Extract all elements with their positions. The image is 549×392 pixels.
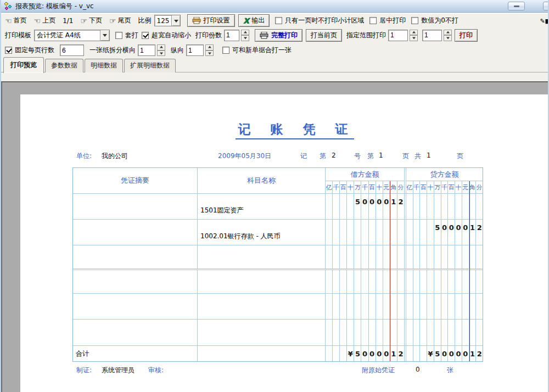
digit-cell: 0 <box>383 346 390 361</box>
digit-cell <box>361 220 368 245</box>
spin-up-icon[interactable] <box>205 44 214 51</box>
checkbox-overlay-print[interactable]: 套打 <box>115 31 138 40</box>
spin-up-icon[interactable] <box>157 44 165 51</box>
scale-combo[interactable]: 125 <box>154 15 181 26</box>
digit-cell <box>397 320 404 345</box>
print-current-page-button[interactable]: 打当前页 <box>306 29 342 42</box>
range-to-input[interactable] <box>422 30 442 41</box>
checkbox-box[interactable] <box>411 17 418 24</box>
checkbox-box[interactable] <box>142 32 149 39</box>
digit-cell <box>420 245 427 268</box>
digit-cell: 0 <box>455 220 462 245</box>
spin-down-icon[interactable] <box>157 51 165 57</box>
digit-cell <box>434 294 441 319</box>
template-label: 打印模板 <box>5 31 31 40</box>
digit-cell: 5 <box>434 346 441 361</box>
digit-cell: 百 <box>340 181 347 193</box>
checkbox-box[interactable] <box>275 17 282 24</box>
table-row <box>73 320 483 345</box>
digit-cell <box>462 245 469 268</box>
copies-input[interactable] <box>224 30 239 41</box>
digit-cell <box>390 245 397 268</box>
digit-cell <box>397 220 404 245</box>
page-prefix: 第 <box>367 152 374 161</box>
digit-cell: 0 <box>369 194 376 219</box>
tab-parameter-data[interactable]: 参数数据 <box>45 59 83 72</box>
split-horizontal-input[interactable] <box>138 44 155 56</box>
ji-label: 记 <box>300 152 307 161</box>
digit-cell: 0 <box>369 346 376 361</box>
checkbox-box[interactable] <box>115 32 122 39</box>
range-from-input[interactable] <box>388 30 408 41</box>
first-page-button[interactable]: ☜ 首页 <box>5 16 27 25</box>
digit-cell <box>448 320 455 345</box>
digit-cell <box>326 270 333 293</box>
digit-cell: 5 <box>354 346 361 361</box>
print-settings-button[interactable]: 打印设置 <box>187 14 235 27</box>
range-to-stepper[interactable] <box>444 30 452 41</box>
spin-down-icon[interactable] <box>205 51 214 57</box>
digit-cell <box>469 245 477 268</box>
checkbox-box[interactable] <box>369 17 377 24</box>
export-button[interactable]: X 输出 <box>238 14 270 27</box>
spin-down-icon[interactable] <box>241 35 249 41</box>
digit-cell: 0 <box>441 346 449 361</box>
next-page-label: 下页 <box>89 16 102 25</box>
digit-cell <box>340 245 347 268</box>
digit-cell <box>476 245 483 268</box>
checkbox-box[interactable] <box>222 47 229 54</box>
cell-subject <box>198 294 326 319</box>
range-from-stepper[interactable] <box>410 30 418 41</box>
chevron-down-icon[interactable] <box>171 15 180 26</box>
checkbox-fixed-rows[interactable]: 固定每页行数 <box>5 46 54 55</box>
checkbox-label: 数值为0不打 <box>421 16 458 25</box>
next-page-button[interactable]: ☞ 下页 <box>80 16 102 25</box>
print-current-label: 打当前页 <box>311 31 337 40</box>
cell-credit-digits <box>406 245 483 268</box>
tab-detail-data[interactable]: 明细数据 <box>85 59 123 72</box>
split-vertical-input[interactable] <box>186 44 204 56</box>
split-vertical-stepper[interactable] <box>205 44 214 56</box>
prev-page-button[interactable]: ☜ 上页 <box>34 16 56 25</box>
debit-digit-labels: 亿千百十万千百十元角分 <box>326 181 404 193</box>
digit-cell <box>413 320 421 345</box>
last-page-button[interactable]: ☞ 尾页 <box>109 16 131 25</box>
digit-cell: 2 <box>476 220 483 245</box>
split-horizontal-stepper[interactable] <box>157 44 165 56</box>
checkbox-merge-print[interactable]: 可和新单据合打一张 <box>222 46 292 55</box>
digit-cell: 2 <box>397 194 404 219</box>
checkbox-center-print[interactable]: 居中打印 <box>369 16 406 25</box>
header-credit: 贷方金额 亿千百十万千百十元角分 <box>406 168 483 193</box>
page-word: 页 <box>402 152 409 161</box>
digit-cell <box>326 245 333 268</box>
digit-cell <box>406 194 413 219</box>
template-combo[interactable]: 会计凭证 A4纸 <box>34 30 110 41</box>
chevron-down-icon[interactable] <box>100 30 109 41</box>
rows-per-page-input[interactable] <box>60 44 84 56</box>
print-button[interactable]: 打印 <box>455 29 478 42</box>
maximize-button[interactable] <box>543 2 548 10</box>
checkbox-no-subtotal-area[interactable]: 只有一页时不打印小计区域 <box>275 16 364 25</box>
checkbox-zero-no-print[interactable]: 数值为0不打 <box>411 16 458 25</box>
spin-up-icon[interactable] <box>410 30 418 36</box>
digit-cell: 0 <box>462 346 469 361</box>
checkbox-auto-shrink[interactable]: 超宽自动缩小 <box>142 31 191 40</box>
cell-debit-digits <box>326 294 405 319</box>
template-value: 会计凭证 A4纸 <box>35 30 100 41</box>
spin-down-icon[interactable] <box>444 35 452 41</box>
minimize-button[interactable] <box>508 2 525 10</box>
tab-print-preview[interactable]: 打印预览 <box>3 57 44 73</box>
spin-down-icon[interactable] <box>410 35 418 41</box>
tab-extended-detail-data[interactable]: 扩展明细数据 <box>124 59 176 72</box>
header-debit: 借方金额 亿千百十万千百十元角分 <box>326 168 405 193</box>
cell-summary <box>73 320 198 345</box>
copies-stepper[interactable] <box>241 30 249 41</box>
digit-cell <box>326 194 333 219</box>
full-print-button[interactable]: 完整打印 <box>255 29 302 42</box>
checkbox-label: 套打 <box>125 31 138 40</box>
export-label: 输出 <box>251 16 265 25</box>
checkbox-box[interactable] <box>5 47 12 54</box>
debit-decimal-line <box>390 181 390 361</box>
spin-up-icon[interactable] <box>444 30 452 36</box>
spin-up-icon[interactable] <box>241 30 249 36</box>
